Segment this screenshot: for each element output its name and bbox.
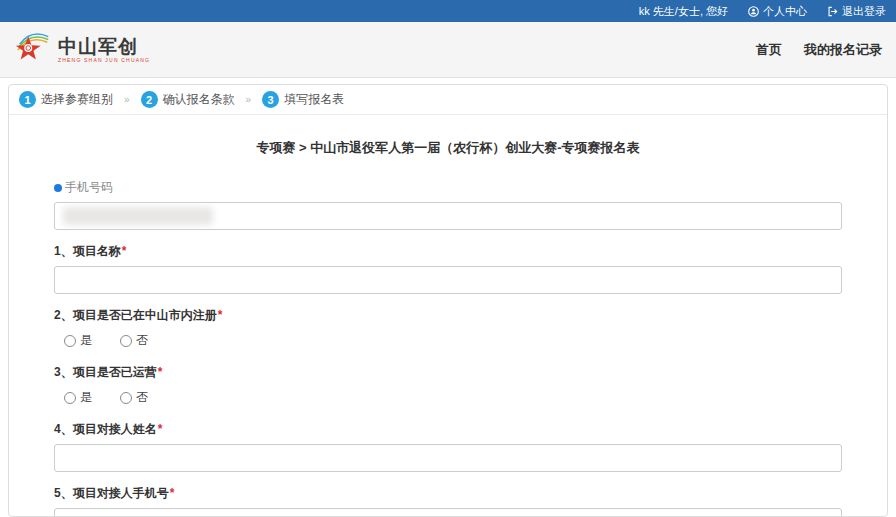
- user-center-link[interactable]: 个人中心: [748, 4, 807, 19]
- field-label-text: 5、项目对接人手机号: [54, 486, 169, 500]
- top-bar: kk 先生/女士, 您好 个人中心 退出登录: [0, 0, 896, 22]
- step-label: 选择参赛组别: [41, 91, 113, 108]
- form-field-3: 3、项目是否已运营*是否: [54, 364, 842, 408]
- form-field-5: 5、项目对接人手机号*: [54, 485, 842, 517]
- field-label: 4、项目对接人姓名*: [54, 421, 842, 438]
- form-title: 专项赛 > 中山市退役军人第一届（农行杯）创业大赛-专项赛报名表: [54, 139, 842, 157]
- step-separator-icon: »: [246, 94, 252, 105]
- user-center-label: 个人中心: [763, 4, 807, 19]
- field-label: 1、项目名称*: [54, 243, 842, 260]
- main-nav: 首页 我的报名记录: [756, 41, 882, 59]
- logout-link[interactable]: 退出登录: [827, 4, 886, 19]
- field-input-1[interactable]: [54, 266, 842, 294]
- step-item-3: 3填写报名表: [262, 91, 344, 108]
- radio-option-是[interactable]: 是: [64, 332, 92, 349]
- radio-button-icon: [64, 392, 76, 404]
- radio-group: 是否: [54, 387, 842, 408]
- required-asterisk: *: [158, 365, 163, 379]
- radio-option-否[interactable]: 否: [120, 389, 148, 406]
- field-label-text: 2、项目是否已在中山市内注册: [54, 308, 217, 322]
- radio-option-label: 否: [136, 389, 148, 406]
- blue-dot-icon: [54, 184, 62, 192]
- required-asterisk: *: [218, 308, 223, 322]
- field-label-text: 1、项目名称: [54, 244, 121, 258]
- site-logo[interactable]: 中山军创 ZHENG SHAN JUN CHUANG: [14, 29, 150, 71]
- radio-option-否[interactable]: 否: [120, 332, 148, 349]
- main-panel: 1选择参赛组别»2确认报名条款»3填写报名表 专项赛 > 中山市退役军人第一届（…: [8, 84, 888, 517]
- field-label: 5、项目对接人手机号*: [54, 485, 842, 502]
- step-item-1: 1选择参赛组别: [19, 91, 113, 108]
- nav-item-home[interactable]: 首页: [756, 41, 782, 59]
- step-label: 填写报名表: [284, 91, 344, 108]
- radio-group: 是否: [54, 330, 842, 351]
- phone-field: 手机号码: [54, 179, 842, 230]
- radio-button-icon: [64, 335, 76, 347]
- step-number-badge: 3: [262, 91, 279, 108]
- phone-field-label: 手机号码: [54, 179, 842, 196]
- form-field-2: 2、项目是否已在中山市内注册*是否: [54, 307, 842, 351]
- registration-form: 专项赛 > 中山市退役军人第一届（农行杯）创业大赛-专项赛报名表 手机号码 1、…: [9, 115, 887, 517]
- required-asterisk: *: [122, 244, 127, 258]
- nav-item-my-records[interactable]: 我的报名记录: [804, 41, 882, 59]
- form-fields: 1、项目名称*2、项目是否已在中山市内注册*是否3、项目是否已运营*是否4、项目…: [54, 243, 842, 517]
- site-header: 中山军创 ZHENG SHAN JUN CHUANG 首页 我的报名记录: [0, 22, 896, 78]
- steps-bar: 1选择参赛组别»2确认报名条款»3填写报名表: [9, 85, 887, 115]
- phone-input[interactable]: [54, 202, 842, 230]
- radio-button-icon: [120, 392, 132, 404]
- field-label-text: 4、项目对接人姓名: [54, 422, 157, 436]
- logout-label: 退出登录: [842, 4, 886, 19]
- step-label: 确认报名条款: [163, 91, 235, 108]
- radio-button-icon: [120, 335, 132, 347]
- radio-option-label: 否: [136, 332, 148, 349]
- logout-icon: [827, 6, 838, 17]
- form-field-1: 1、项目名称*: [54, 243, 842, 294]
- field-input-4[interactable]: [54, 444, 842, 472]
- user-greeting: kk 先生/女士, 您好: [639, 4, 728, 19]
- required-asterisk: *: [170, 486, 175, 500]
- phone-label-text: 手机号码: [65, 179, 113, 196]
- step-separator-icon: »: [124, 94, 130, 105]
- star-logo-icon: [14, 29, 52, 71]
- field-label: 2、项目是否已在中山市内注册*: [54, 307, 842, 324]
- radio-option-label: 是: [80, 332, 92, 349]
- radio-option-是[interactable]: 是: [64, 389, 92, 406]
- logo-subtitle: ZHENG SHAN JUN CHUANG: [58, 58, 150, 63]
- step-number-badge: 1: [19, 91, 36, 108]
- user-circle-icon: [748, 6, 759, 17]
- required-asterisk: *: [158, 422, 163, 436]
- form-field-4: 4、项目对接人姓名*: [54, 421, 842, 472]
- field-input-5[interactable]: [54, 508, 842, 517]
- logo-title: 中山军创: [58, 37, 150, 56]
- redacted-phone-value: [63, 207, 213, 225]
- radio-option-label: 是: [80, 389, 92, 406]
- field-label-text: 3、项目是否已运营: [54, 365, 157, 379]
- step-number-badge: 2: [141, 91, 158, 108]
- step-item-2: 2确认报名条款: [141, 91, 235, 108]
- field-label: 3、项目是否已运营*: [54, 364, 842, 381]
